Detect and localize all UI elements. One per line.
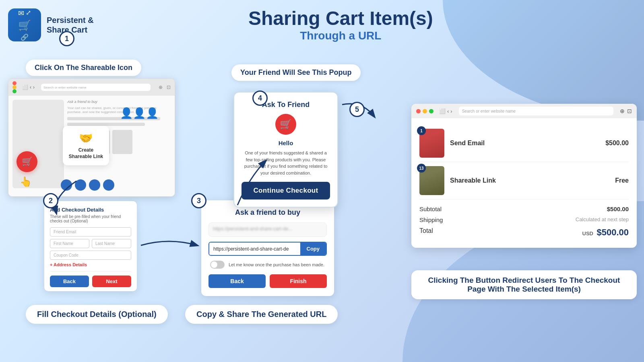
bc-dot-red xyxy=(416,109,421,113)
browser-dot-green xyxy=(12,89,17,93)
bc-nav[interactable]: ⬜ ‹ › xyxy=(439,108,452,114)
bc-dots xyxy=(416,109,433,113)
item1-name: Send Email xyxy=(450,140,600,147)
step-circle-4: 4 xyxy=(252,90,268,106)
toggle-switch[interactable] xyxy=(210,261,225,269)
total-amount: $500.00 xyxy=(597,227,629,237)
text-line-2 xyxy=(67,123,145,126)
logo-line1: Persistent & xyxy=(47,15,94,25)
browser-bar-1: ⬜ ‹ › Search or enter website name ⊕ ⊡ xyxy=(8,79,175,96)
browser-action-1: ⊕ xyxy=(159,84,163,90)
continue-checkout-button[interactable]: Continue Checkout xyxy=(242,182,330,200)
item1-badge: 1 xyxy=(417,126,426,135)
product-thumb-3 xyxy=(112,130,132,154)
field-email[interactable]: Friend Email xyxy=(50,227,131,237)
logo-box: ✉ ⤢ 🛒 🔗 xyxy=(8,8,41,41)
browser-action-2: ⊡ xyxy=(167,84,171,90)
toggle-row: Let me know once the purchase has been m… xyxy=(208,261,327,269)
popup-greeting: Hello xyxy=(242,140,330,146)
form-divider xyxy=(50,271,131,272)
url-preview-blur: https://persistent-and-share-cart-de... xyxy=(208,222,327,237)
step-circle-1: 1 xyxy=(59,31,74,46)
shipping-value: Calculated at next step xyxy=(576,216,629,223)
ask-friend-popup: Ask To Friend 🛒 Hello One of your friend… xyxy=(233,92,338,208)
callout-copy-share: Copy & Share The Generated URL xyxy=(185,305,338,324)
checkout-form-title: Add Checkout Details xyxy=(50,207,131,213)
bc-bar: ⬜ ‹ › Search or enter website name ⊕ ⊡ xyxy=(411,104,637,118)
nav-dot-4 xyxy=(103,179,114,191)
right-callout: Clicking The Button Redirect Users To Th… xyxy=(411,270,637,299)
bc-nav-prev[interactable]: ‹ xyxy=(447,108,449,114)
create-link-box: 🤝 Create Shareable Link xyxy=(63,126,109,165)
nav-icon: ⬜ xyxy=(22,84,28,90)
step-circle-3: 3 xyxy=(191,193,206,208)
subtotal-value: $500.00 xyxy=(607,206,629,212)
share-icon: ⤢ xyxy=(26,9,31,18)
callout-fill-checkout: Fill Checkout Details (Optional) xyxy=(26,305,168,324)
item2-name: Shareable Link xyxy=(450,177,609,184)
field-coupon[interactable]: Coupon Code xyxy=(50,251,131,260)
field-firstname[interactable]: First Name xyxy=(50,239,89,248)
nav-back: ‹ xyxy=(30,84,31,90)
address-toggle[interactable]: + Address Details xyxy=(50,262,131,267)
bc-add-tab[interactable]: ⊕ xyxy=(620,108,625,114)
callout-popup: Your Friend Will See This Popup xyxy=(231,64,361,81)
browser-left-col xyxy=(12,100,64,188)
bc-search-bar[interactable]: Search or enter website name xyxy=(459,107,613,115)
browser-cart-mockup: ⬜ ‹ › Search or enter website name ⊕ ⊡ 1 xyxy=(411,104,637,248)
copy-button[interactable]: Copy xyxy=(300,243,326,255)
item1-thumb-wrap: 1 xyxy=(419,129,444,158)
browser-mockup-1: ⬜ ‹ › Search or enter website name ⊕ ⊡ A… xyxy=(8,78,175,197)
nav-dot-3 xyxy=(89,179,100,191)
checkout-form-subtitle: These will be pre-filled when your frien… xyxy=(50,214,131,223)
total-row: Total USD $500.00 xyxy=(419,225,629,240)
logo-area: ✉ ⤢ 🛒 🔗 Persistent & Share Cart xyxy=(8,8,94,41)
popup-cart-icon: 🛒 xyxy=(275,114,296,135)
total-currency: USD xyxy=(582,230,593,237)
bc-more[interactable]: ⊡ xyxy=(627,108,632,114)
back-button-step2[interactable]: Back xyxy=(50,276,89,287)
browser-section-1: ⬜ ‹ › Search or enter website name ⊕ ⊡ A… xyxy=(8,78,175,197)
bc-nav-next[interactable]: › xyxy=(450,108,452,114)
link-icon: 🔗 xyxy=(21,33,29,41)
back-button-step3[interactable]: Back xyxy=(208,274,266,288)
bc-action-btns: ⊕ ⊡ xyxy=(620,108,632,114)
toggle-label: Let me know once the purchase has been m… xyxy=(229,262,324,267)
subtotal-row: Subtotal $500.00 xyxy=(419,204,629,214)
browser-tagline: Ask a friend to buy xyxy=(67,100,171,104)
browser-dot-red xyxy=(12,81,17,85)
nav-dots-row xyxy=(61,179,114,191)
subtotal-label: Subtotal xyxy=(419,206,442,212)
bc-search-text: Search or enter website name xyxy=(462,109,516,113)
total-label: Total xyxy=(419,227,433,238)
url-input[interactable] xyxy=(209,243,300,255)
create-link-text: Create Shareable Link xyxy=(67,147,105,160)
browser-cart-section: ⬜ ‹ › Search or enter website name ⊕ ⊡ 1 xyxy=(411,104,637,248)
callout-click-icon: Click On The Shareable Icon xyxy=(26,60,141,76)
nav-dot-1 xyxy=(61,179,72,191)
create-link-icon: 🤝 xyxy=(67,132,105,145)
checkout-form: Add Checkout Details These will be pre-f… xyxy=(44,201,137,291)
bc-dot-yellow xyxy=(423,109,427,113)
shipping-label: Shipping xyxy=(419,216,443,223)
share-url-panel: Ask a friend to buy https://persistent-a… xyxy=(201,200,334,296)
browser-content-1: Ask a friend to buy Your cart can be sha… xyxy=(8,96,175,196)
step-circle-5: 5 xyxy=(349,102,365,117)
url-input-row: Copy xyxy=(208,242,327,256)
share-panel-title: Ask a friend to buy xyxy=(208,208,327,217)
next-button-step2[interactable]: Next xyxy=(92,276,131,287)
bc-nav-back[interactable]: ⬜ xyxy=(439,108,446,114)
cart-floating-button[interactable]: 🛒 xyxy=(17,151,37,172)
cursor-hand: 👆 xyxy=(20,176,32,187)
total-value-wrap: USD $500.00 xyxy=(582,227,629,238)
step-circle-2: 2 xyxy=(43,193,58,208)
nav-dot-2 xyxy=(75,179,86,191)
cart-item-row-1: 1 Send Email $500.00 xyxy=(419,125,629,162)
field-lastname[interactable]: Last Name xyxy=(92,239,131,248)
name-row: First Name Last Name xyxy=(50,239,131,248)
bc-dot-green xyxy=(429,109,433,113)
item2-thumb-wrap: 13 xyxy=(419,166,444,195)
item1-price: $500.00 xyxy=(605,140,629,147)
browser-dot-yellow xyxy=(12,85,17,89)
finish-button[interactable]: Finish xyxy=(270,274,327,288)
